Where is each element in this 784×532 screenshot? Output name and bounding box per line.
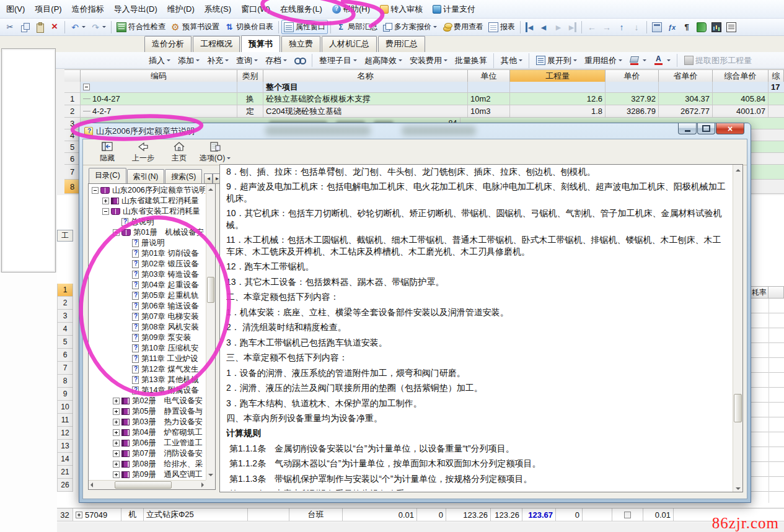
tree-item[interactable]: 第06章 输送设备 <box>89 301 205 312</box>
tree-item[interactable]: 第05册 静置设备与 <box>89 406 205 417</box>
scroll-up-arrow[interactable] <box>736 167 741 172</box>
record-nav-button[interactable] <box>566 20 579 34</box>
tree-horizontal-scrollbar[interactable] <box>89 480 206 489</box>
ribbon-button[interactable]: 安装费用 <box>406 53 451 68</box>
quantity-cell[interactable] <box>510 82 606 93</box>
ribbon-button[interactable] <box>626 54 650 67</box>
grid-group-row[interactable]: 整个项目 17 <box>64 82 784 93</box>
row-number-cell[interactable]: 8 <box>57 375 73 388</box>
column-header-comp-price[interactable]: 综合单价 <box>713 69 769 83</box>
menu-item[interactable]: 转入审核 <box>375 1 428 17</box>
ribbon-button[interactable]: 查询 <box>232 53 262 68</box>
expand-icon[interactable] <box>113 398 120 404</box>
ribbon-button[interactable]: 添加 <box>174 53 203 68</box>
toolbar-misc-button[interactable] <box>650 20 664 34</box>
help-tab[interactable]: 目录(C) <box>89 168 126 184</box>
expand-icon[interactable] <box>102 198 109 204</box>
collapse-icon[interactable] <box>83 84 90 90</box>
toolbar-misc-button[interactable] <box>724 20 739 34</box>
toolbar-button[interactable]: 多方案报价 <box>380 20 439 34</box>
tree-item[interactable]: 第02章 锻压设备 <box>89 259 205 269</box>
column-header-clipped[interactable]: 综 <box>769 69 784 83</box>
menu-item[interactable]: 帮助(H) <box>327 1 375 17</box>
home-button[interactable]: 主页 <box>161 140 197 165</box>
ribbon-button[interactable]: 存档 <box>262 53 291 68</box>
toolbar-button[interactable]: 切换价目表 <box>222 20 276 34</box>
column-header-unit[interactable]: 单位 <box>468 69 510 83</box>
quantity-cell[interactable]: 1.8 <box>510 105 606 118</box>
tree-item[interactable]: 山东省安装工程消耗量 <box>89 206 205 217</box>
row-number-cell[interactable]: 7 <box>57 362 73 375</box>
minimize-button[interactable] <box>678 123 697 134</box>
column-header-price[interactable]: 单价 <box>606 69 659 83</box>
unit-cell[interactable]: 10m2 <box>468 93 510 105</box>
unit-cell[interactable]: 10m3 <box>468 105 510 118</box>
ribbon-button[interactable]: 其他 <box>497 53 529 68</box>
document-tab[interactable]: 工程概况 <box>193 36 240 52</box>
column-header[interactable] <box>64 69 81 83</box>
content-qty-cell[interactable]: 0.01 <box>343 508 417 521</box>
project-structure-panel[interactable] <box>1 48 56 273</box>
help-tab[interactable]: 索引(N) <box>127 169 165 184</box>
comp-price-cell[interactable]: 4001.07 <box>713 105 769 118</box>
empty-cell[interactable] <box>583 508 612 521</box>
back-button[interactable]: 上一步 <box>125 140 161 165</box>
tree-item[interactable]: 第09册 通风空调工 <box>89 469 205 479</box>
record-nav-button[interactable] <box>523 20 536 34</box>
ribbon-button[interactable]: 展开到 <box>532 53 581 68</box>
name-cell[interactable]: 立式钻床Φ25 <box>144 508 248 521</box>
row-number-cell[interactable]: 13 <box>57 440 73 453</box>
scroll-left-arrow[interactable] <box>88 482 93 487</box>
scroll-up-arrow[interactable] <box>208 186 213 191</box>
expand-icon[interactable] <box>113 419 120 425</box>
properties-window-button[interactable]: 属性窗口 <box>281 20 328 34</box>
name-cell[interactable]: 砼独立基础胶合板模板木支撑 <box>263 93 468 105</box>
move-arrow-button[interactable] <box>614 20 629 34</box>
table-row[interactable]: 1 10-4-27 换 砼独立基础胶合板模板木支撑 10m2 12.6 327.… <box>64 93 784 105</box>
highlighted-value-cell[interactable]: 123.67 <box>522 508 556 521</box>
ribbon-button[interactable]: 超高降效 <box>361 53 406 68</box>
scrollbar-thumb[interactable] <box>734 394 742 422</box>
tree-item[interactable]: 山东2006序列定额章节说明 <box>89 185 205 196</box>
column-header-code[interactable]: 编码 <box>81 69 237 83</box>
expand-icon[interactable] <box>113 450 120 457</box>
tree-item[interactable]: 第03章 铸造设备 <box>89 269 205 280</box>
toolbar-misc-button[interactable] <box>664 20 679 34</box>
expand-icon[interactable] <box>113 471 120 478</box>
tree-item[interactable]: 册说明 <box>89 238 205 248</box>
record-nav-button[interactable] <box>536 20 551 34</box>
checkbox-cell[interactable] <box>612 508 643 521</box>
column-header-category[interactable]: 类别 <box>237 69 263 83</box>
close-button[interactable]: × <box>716 123 744 134</box>
row-number-cell[interactable]: 6 <box>57 349 73 362</box>
toolbar-misc-button[interactable] <box>679 20 694 34</box>
document-tab[interactable]: 独立费 <box>281 36 320 52</box>
price-cell[interactable]: 3286.79 <box>606 105 659 118</box>
category-cell[interactable] <box>237 82 263 93</box>
unit-cell[interactable] <box>468 82 510 93</box>
tree-item[interactable]: 第06册 工业管道工 <box>89 438 205 448</box>
column-header-name[interactable]: 名称 <box>263 69 468 83</box>
table-row[interactable]: 2 4-2-7 定 C204现浇砼独立基础 10m3 1.8 3286.79 2… <box>64 105 784 118</box>
toolbar-edit-button[interactable] <box>17 20 32 34</box>
overflow-cell[interactable] <box>769 93 784 105</box>
toolbar-edit-button[interactable] <box>47 20 62 34</box>
tree-item[interactable]: 第10章 压缩机安 <box>89 343 205 354</box>
comp-price-cell[interactable]: 405.84 <box>713 93 769 105</box>
toolbar-button[interactable]: 预算书设置 <box>168 20 222 34</box>
menu-item[interactable]: 在线服务(L) <box>275 1 327 17</box>
tree-item[interactable]: 第03册 热力设备安 <box>89 417 205 427</box>
group-name-cell[interactable]: 整个项目 <box>263 82 468 93</box>
detail-grid-bottom-row[interactable]: 32 57049 机 立式钻床Φ25 台班 0.01 0 123.26 123.… <box>57 508 784 521</box>
toolbar-button[interactable]: 费用查看 <box>439 20 486 34</box>
total-cell-clipped[interactable]: 17 <box>769 82 784 93</box>
menu-item[interactable]: 图(V) <box>1 1 30 17</box>
document-tab[interactable]: 造价分析 <box>144 36 192 52</box>
labor-material-tab-fragment[interactable]: 工 <box>57 230 73 242</box>
row-number-cell[interactable]: 9 <box>57 388 73 401</box>
tree-item[interactable]: 第11章 工业炉设 <box>89 354 205 364</box>
code-cell[interactable]: 4-2-7 <box>81 105 237 118</box>
tree-item[interactable]: 第14章 附属设备 <box>89 385 205 396</box>
toolbar-undo-button[interactable] <box>88 20 108 34</box>
code-cell[interactable]: 10-4-27 <box>81 93 237 105</box>
